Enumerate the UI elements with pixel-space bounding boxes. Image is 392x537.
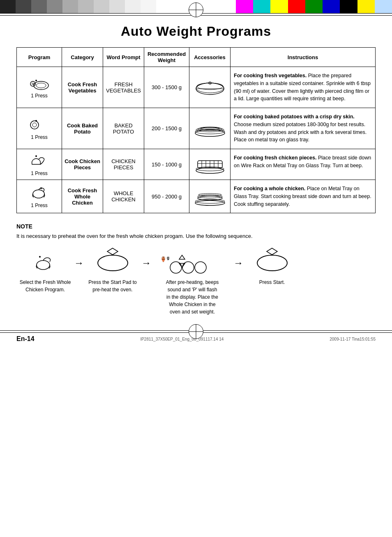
crosshair-bottom [189, 324, 203, 339]
plate-icon [194, 118, 226, 138]
swatch [78, 0, 94, 13]
svg-marker-42 [179, 263, 185, 267]
category-cell-2: Cook Baked Potato [62, 108, 103, 149]
footer-date-info: 2009-11-17 Tina15:01:55 [330, 337, 376, 341]
program-cell-3: 1 Press [17, 149, 62, 180]
svg-point-43 [170, 262, 182, 273]
accessory-cell-4 [189, 180, 231, 213]
svg-point-12 [32, 123, 37, 127]
programs-table: Program Category Word Prompt Recommended… [16, 47, 376, 213]
col-header-weight: RecommendedWeight [144, 48, 189, 67]
swatch [62, 0, 78, 13]
weight-cell-4: 950 - 2000 g [144, 180, 189, 213]
accessory-cell-1 [189, 67, 231, 108]
table-row: 1 Press Cook Fresh Whole Chicken WHOLE C… [17, 180, 376, 213]
bottom-rule [0, 330, 392, 333]
table-row: 1 Press Cook Chicken Pieces CHICKEN PIEC… [17, 149, 376, 180]
note-text: It is necessary to preheat the oven for … [16, 232, 376, 241]
page-content: Auto Weight Programs Program Category Wo… [0, 16, 392, 330]
seq-icon-2 [84, 251, 141, 275]
seq-arrow-2: → [141, 251, 151, 275]
press-label-3: 1 Press [31, 171, 48, 176]
casserole-icon [194, 76, 226, 97]
accessory-cell-2 [189, 108, 231, 149]
press-label-2: 1 Press [31, 134, 48, 140]
crosshair-circle [189, 2, 203, 17]
chicken-pieces-program-icon [29, 153, 50, 169]
category-cell-4: Cook Fresh Whole Chicken [62, 180, 103, 213]
start-btn-wrapper [97, 255, 128, 271]
program-cell-2: 1 Press [17, 108, 62, 149]
seq-step-1: Select the Fresh Whole Chicken Program. [16, 251, 74, 293]
swatch-black [340, 0, 357, 13]
seq-label-1: Select the Fresh Whole Chicken Program. [18, 279, 72, 293]
seq-label-3: After pre-heating, beeps sound and 'P' w… [166, 279, 219, 316]
instructions-cell-2: For cooking baked potatoes with a crisp … [231, 108, 376, 149]
swatch [47, 0, 62, 13]
color-bar-left [0, 0, 156, 13]
crosshair-circle-bottom [189, 324, 203, 339]
swatch-bright-yellow [357, 0, 375, 13]
oval-final-btn [257, 255, 288, 271]
category-cell-1: Cook Fresh Vegetables [62, 67, 103, 108]
svg-point-37 [39, 256, 41, 258]
svg-point-45 [195, 262, 206, 273]
whole-chicken-seq-icon [31, 253, 60, 273]
final-start-btn-wrapper [257, 255, 288, 271]
swatch-cyan [253, 0, 270, 13]
wire-rack-icon [194, 152, 226, 175]
seq-arrow-1: → [74, 251, 84, 275]
swatch [0, 0, 16, 13]
seq-step-3: 🏺 g After pre-heating, beeps sound and '… [151, 251, 233, 316]
prompt-cell-2: BAKED POTATO [103, 108, 144, 149]
crosshair-top [188, 2, 204, 18]
instructions-cell-1: For cooking fresh vegetables. Place the … [231, 67, 376, 108]
svg-point-36 [37, 260, 50, 270]
swatch-blue [323, 0, 340, 13]
seq-icon-4 [243, 251, 301, 275]
col-header-instructions: Instructions [231, 48, 376, 67]
svg-text:g: g [167, 256, 169, 260]
seq-label-4: Press Start. [259, 279, 285, 286]
svg-marker-46 [267, 248, 277, 255]
weight-cell-1: 300 - 1500 g [144, 67, 189, 108]
page-number: En-14 [16, 335, 35, 343]
svg-point-3 [32, 83, 34, 85]
press-label-1: 1 Press [31, 93, 48, 99]
col-header-accessories: Accessories [189, 48, 231, 67]
seq-label-2: Press the Start Pad to pre-heat the oven… [86, 279, 139, 293]
svg-point-7 [196, 83, 224, 93]
swatch [141, 0, 156, 13]
prompt-cell-4: WHOLE CHICKEN [103, 180, 144, 213]
sequence-diagram: Select the Fresh Whole Chicken Program. … [16, 251, 376, 316]
oval-start-btn [97, 255, 128, 271]
swatch [125, 0, 141, 13]
swatch [31, 0, 47, 13]
whole-chicken-program-icon [29, 185, 50, 201]
swatch [94, 0, 109, 13]
svg-point-13 [35, 120, 37, 122]
prompt-cell-3: CHICKEN PIECES [103, 149, 144, 180]
weight-cell-2: 200 - 1500 g [144, 108, 189, 149]
veg-icon-svg [29, 76, 50, 91]
potato-program-icon [29, 117, 50, 133]
accessory-cell-3 [189, 149, 231, 180]
chicken-pieces-icon-svg [29, 153, 50, 168]
table-row: 1 Press Cook Baked Potato BAKED POTATO 2… [17, 108, 376, 149]
table-row: 1 Press Cook Fresh Vegetables FRESH VEGE… [17, 67, 376, 108]
col-header-prompt: Word Prompt [103, 48, 144, 67]
footer-file-info: IP2811_37X50EP_01_Eng_00_091117.14 14 [140, 337, 224, 341]
seq-icon-3: 🏺 g [151, 251, 233, 275]
instructions-cell-4: For cooking a whole chicken. Place on Me… [231, 180, 376, 213]
swatch-light-blue [375, 0, 392, 13]
swatch-green [305, 0, 323, 13]
category-cell-3: Cook Chicken Pieces [62, 149, 103, 180]
swatch-red [288, 0, 305, 13]
svg-point-19 [35, 155, 37, 157]
svg-point-11 [30, 121, 39, 129]
tray-stack-icon [194, 186, 226, 206]
color-bar-right [236, 0, 392, 13]
page-title: Auto Weight Programs [16, 24, 376, 39]
svg-marker-38 [107, 248, 118, 255]
program-cell-1: 1 Press [17, 67, 62, 108]
